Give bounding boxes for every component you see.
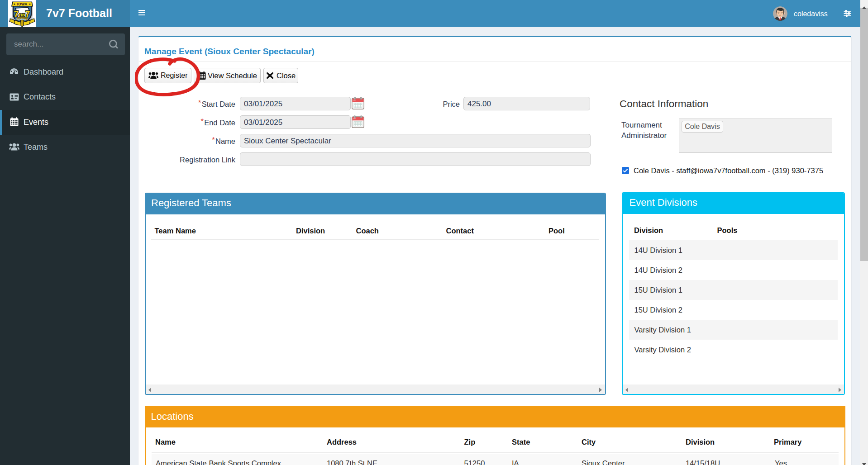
svg-text:IOWA: IOWA <box>17 2 28 6</box>
